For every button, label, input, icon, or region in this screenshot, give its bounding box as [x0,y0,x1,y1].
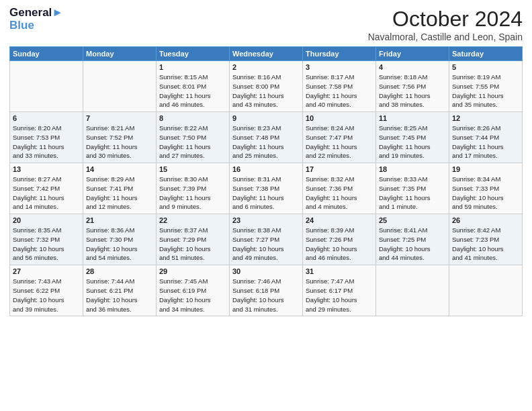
main-title: October 2024 [368,7,523,32]
day-number: 17 [306,165,373,173]
day-cell: 31Sunrise: 7:47 AMSunset: 6:17 PMDayligh… [303,265,376,316]
day-cell: 11Sunrise: 8:25 AMSunset: 7:45 PMDayligh… [376,112,449,163]
day-number: 22 [159,216,226,224]
day-cell: 21Sunrise: 8:36 AMSunset: 7:30 PMDayligh… [83,214,157,265]
week-row-3: 13Sunrise: 8:27 AMSunset: 7:42 PMDayligh… [10,163,523,214]
week-row-5: 27Sunrise: 7:43 AMSunset: 6:22 PMDayligh… [10,265,523,316]
day-number: 10 [306,114,373,122]
day-info: Sunrise: 8:33 AMSunset: 7:35 PMDaylight:… [379,175,446,212]
day-cell: 20Sunrise: 8:35 AMSunset: 7:32 PMDayligh… [10,214,83,265]
day-info: Sunrise: 8:41 AMSunset: 7:25 PMDaylight:… [379,226,446,263]
day-info: Sunrise: 7:45 AMSunset: 6:19 PMDaylight:… [159,277,226,314]
day-number: 21 [86,216,153,224]
col-header-thursday: Thursday [303,47,376,61]
day-number: 16 [232,165,300,173]
day-info: Sunrise: 8:20 AMSunset: 7:53 PMDaylight:… [13,124,80,161]
day-info: Sunrise: 8:36 AMSunset: 7:30 PMDaylight:… [86,226,153,263]
day-number: 24 [306,216,373,224]
day-cell: 30Sunrise: 7:46 AMSunset: 6:18 PMDayligh… [230,265,303,316]
day-info: Sunrise: 8:22 AMSunset: 7:50 PMDaylight:… [159,124,226,161]
day-cell [10,61,83,112]
header-row: SundayMondayTuesdayWednesdayThursdayFrid… [10,47,523,61]
col-header-sunday: Sunday [10,47,83,61]
day-number: 29 [159,267,226,275]
day-info: Sunrise: 8:42 AMSunset: 7:23 PMDaylight:… [452,226,519,263]
day-cell [449,265,523,316]
col-header-saturday: Saturday [449,47,523,61]
day-info: Sunrise: 8:19 AMSunset: 7:55 PMDaylight:… [452,73,519,109]
day-number: 25 [379,216,446,224]
day-info: Sunrise: 7:46 AMSunset: 6:18 PMDaylight:… [232,277,300,314]
day-cell: 3Sunrise: 8:17 AMSunset: 7:58 PMDaylight… [303,61,376,112]
col-header-wednesday: Wednesday [230,47,303,61]
day-number: 14 [86,165,153,173]
day-info: Sunrise: 8:23 AMSunset: 7:48 PMDaylight:… [232,124,300,161]
day-cell: 26Sunrise: 8:42 AMSunset: 7:23 PMDayligh… [449,214,523,265]
day-cell: 19Sunrise: 8:34 AMSunset: 7:33 PMDayligh… [449,163,523,214]
day-number: 13 [13,165,80,173]
day-number: 18 [379,165,446,173]
day-info: Sunrise: 8:25 AMSunset: 7:45 PMDaylight:… [379,124,446,161]
day-info: Sunrise: 7:47 AMSunset: 6:17 PMDaylight:… [306,277,373,314]
day-number: 11 [379,114,446,122]
day-cell: 17Sunrise: 8:32 AMSunset: 7:36 PMDayligh… [303,163,376,214]
day-cell: 25Sunrise: 8:41 AMSunset: 7:25 PMDayligh… [376,214,449,265]
day-info: Sunrise: 7:43 AMSunset: 6:22 PMDaylight:… [13,277,80,314]
day-cell [83,61,157,112]
day-number: 31 [306,267,373,275]
day-info: Sunrise: 8:39 AMSunset: 7:26 PMDaylight:… [306,226,373,263]
col-header-friday: Friday [376,47,449,61]
day-number: 1 [159,63,226,71]
title-block: October 2024 Navalmoral, Castille and Le… [368,7,523,42]
day-cell: 9Sunrise: 8:23 AMSunset: 7:48 PMDaylight… [230,112,303,163]
day-cell: 5Sunrise: 8:19 AMSunset: 7:55 PMDaylight… [449,61,523,112]
day-number: 4 [379,63,446,71]
logo-blue: Blue [9,19,34,32]
day-info: Sunrise: 8:15 AMSunset: 8:01 PMDaylight:… [159,73,226,109]
day-number: 27 [13,267,80,275]
day-cell: 13Sunrise: 8:27 AMSunset: 7:42 PMDayligh… [10,163,83,214]
day-info: Sunrise: 8:38 AMSunset: 7:27 PMDaylight:… [232,226,300,263]
logo-text: General► [9,7,63,19]
header: General► Blue October 2024 Navalmoral, C… [9,7,523,42]
day-info: Sunrise: 8:34 AMSunset: 7:33 PMDaylight:… [452,175,519,212]
day-cell: 7Sunrise: 8:21 AMSunset: 7:52 PMDaylight… [83,112,157,163]
calendar-table: SundayMondayTuesdayWednesdayThursdayFrid… [9,46,523,316]
day-info: Sunrise: 8:37 AMSunset: 7:29 PMDaylight:… [159,226,226,263]
day-number: 5 [452,63,519,71]
day-cell: 2Sunrise: 8:16 AMSunset: 8:00 PMDaylight… [230,61,303,112]
page: General► Blue October 2024 Navalmoral, C… [0,0,532,411]
day-number: 20 [13,216,80,224]
day-number: 19 [452,165,519,173]
day-info: Sunrise: 8:32 AMSunset: 7:36 PMDaylight:… [306,175,373,212]
subtitle: Navalmoral, Castille and Leon, Spain [368,32,523,42]
day-cell: 6Sunrise: 8:20 AMSunset: 7:53 PMDaylight… [10,112,83,163]
day-cell: 8Sunrise: 8:22 AMSunset: 7:50 PMDaylight… [157,112,230,163]
day-number: 9 [232,114,300,122]
day-number: 6 [13,114,80,122]
col-header-tuesday: Tuesday [157,47,230,61]
day-number: 12 [452,114,519,122]
day-cell: 16Sunrise: 8:31 AMSunset: 7:38 PMDayligh… [230,163,303,214]
day-info: Sunrise: 8:21 AMSunset: 7:52 PMDaylight:… [86,124,153,161]
day-number: 23 [232,216,300,224]
day-cell: 15Sunrise: 8:30 AMSunset: 7:39 PMDayligh… [157,163,230,214]
day-cell: 29Sunrise: 7:45 AMSunset: 6:19 PMDayligh… [157,265,230,316]
day-cell: 24Sunrise: 8:39 AMSunset: 7:26 PMDayligh… [303,214,376,265]
week-row-4: 20Sunrise: 8:35 AMSunset: 7:32 PMDayligh… [10,214,523,265]
day-number: 2 [232,63,300,71]
day-number: 7 [86,114,153,122]
col-header-monday: Monday [83,47,157,61]
day-cell: 14Sunrise: 8:29 AMSunset: 7:41 PMDayligh… [83,163,157,214]
week-row-2: 6Sunrise: 8:20 AMSunset: 7:53 PMDaylight… [10,112,523,163]
day-info: Sunrise: 8:31 AMSunset: 7:38 PMDaylight:… [232,175,300,212]
day-info: Sunrise: 8:35 AMSunset: 7:32 PMDaylight:… [13,226,80,263]
day-number: 8 [159,114,226,122]
day-cell: 22Sunrise: 8:37 AMSunset: 7:29 PMDayligh… [157,214,230,265]
day-cell: 1Sunrise: 8:15 AMSunset: 8:01 PMDaylight… [157,61,230,112]
week-row-1: 1Sunrise: 8:15 AMSunset: 8:01 PMDaylight… [10,61,523,112]
day-number: 26 [452,216,519,224]
day-info: Sunrise: 8:16 AMSunset: 8:00 PMDaylight:… [232,73,300,109]
day-cell [376,265,449,316]
day-cell: 10Sunrise: 8:24 AMSunset: 7:47 PMDayligh… [303,112,376,163]
